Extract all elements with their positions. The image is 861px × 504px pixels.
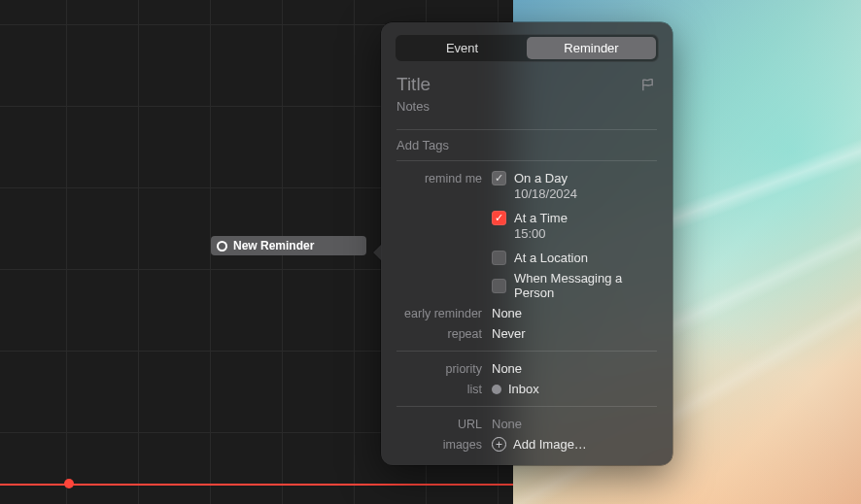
at-a-location-label: At a Location [514, 251, 588, 265]
reminder-ring-icon [217, 241, 227, 252]
when-messaging-label: When Messaging a Person [514, 271, 657, 300]
add-image-button[interactable]: + Add Image… [492, 437, 657, 452]
divider [396, 129, 657, 130]
label-priority: priority [396, 361, 482, 376]
check-icon: ✓ [492, 171, 506, 185]
on-a-day-date[interactable]: 10/18/2024 [514, 186, 657, 201]
checkbox-at-a-time[interactable]: ✓ At a Time [492, 211, 657, 225]
label-repeat: repeat [396, 326, 482, 341]
tags-field[interactable] [396, 138, 657, 152]
checkbox-empty-icon [492, 251, 506, 265]
priority-value[interactable]: None [492, 361, 657, 376]
on-a-day-label: On a Day [514, 171, 568, 185]
tab-event[interactable]: Event [397, 37, 527, 59]
label-remind-me: remind me [396, 171, 482, 201]
label-url: URL [396, 417, 482, 431]
popover-arrow [373, 244, 382, 261]
at-a-time-value[interactable]: 15:00 [514, 226, 657, 241]
checkbox-on-a-day[interactable]: ✓ On a Day [492, 171, 657, 185]
at-a-time-label: At a Time [514, 211, 568, 225]
url-value[interactable]: None [492, 417, 657, 431]
list-color-dot [492, 385, 501, 394]
repeat-value[interactable]: Never [492, 326, 657, 341]
label-list: list [396, 382, 482, 396]
checkbox-when-messaging[interactable]: When Messaging a Person [492, 271, 657, 300]
list-name: Inbox [508, 382, 539, 396]
checkbox-at-a-location[interactable]: At a Location [492, 251, 657, 265]
current-time-dot [64, 479, 74, 488]
add-image-label: Add Image… [513, 437, 587, 452]
current-time-line [0, 484, 513, 486]
check-icon: ✓ [492, 211, 506, 225]
segmented-control: Event Reminder [395, 34, 659, 62]
reminder-popover: Event Reminder remind me ✓ On a Day 10/1… [381, 22, 672, 465]
reminder-chip-label: New Reminder [233, 239, 314, 252]
title-field[interactable] [396, 74, 628, 95]
flag-button[interactable] [637, 76, 657, 93]
early-reminder-value[interactable]: None [492, 306, 657, 320]
checkbox-empty-icon [492, 279, 506, 293]
list-value[interactable]: Inbox [492, 382, 657, 396]
label-early-reminder: early reminder [396, 306, 482, 320]
label-images: images [396, 437, 482, 452]
plus-circle-icon: + [492, 437, 506, 452]
flag-icon [640, 78, 655, 92]
tab-reminder[interactable]: Reminder [527, 37, 656, 59]
notes-field[interactable] [396, 99, 657, 117]
reminder-event-chip[interactable]: New Reminder [211, 236, 366, 255]
